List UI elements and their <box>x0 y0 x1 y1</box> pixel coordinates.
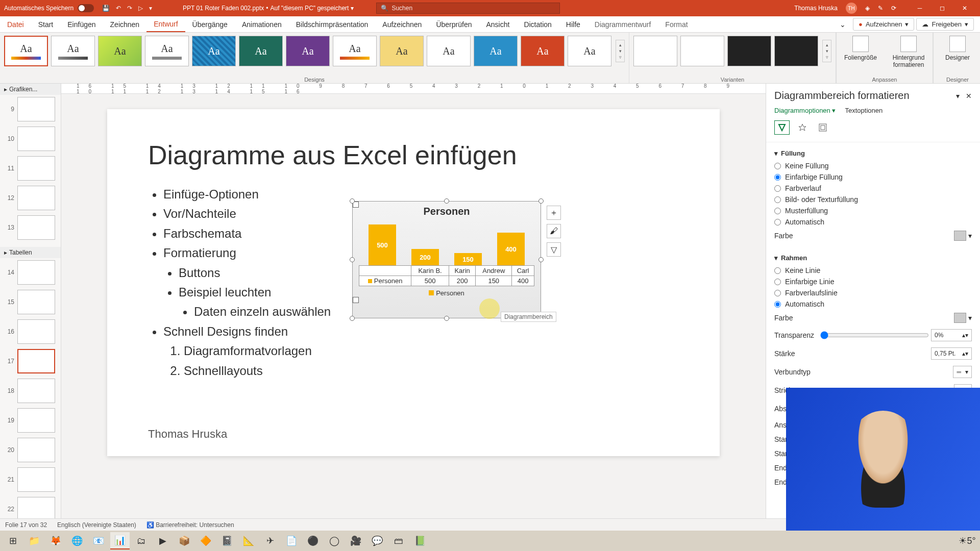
close-icon[interactable]: ✕ <box>966 92 972 100</box>
outlook-icon[interactable]: 📧 <box>89 532 108 549</box>
slide-thumbnail[interactable] <box>17 438 55 462</box>
designer-button[interactable]: Designer <box>940 36 975 61</box>
resize-handle[interactable] <box>538 198 544 204</box>
chart-filter-button[interactable]: ▽ <box>547 242 561 257</box>
diamond-icon[interactable]: ◈ <box>865 5 870 12</box>
chrome-icon[interactable]: 🌐 <box>67 532 87 549</box>
slide-thumbnail[interactable] <box>17 215 55 240</box>
slide-thumbnail[interactable] <box>17 379 55 403</box>
slide-thumbnail[interactable] <box>17 349 55 373</box>
search-input[interactable]: 🔍 Suchen <box>376 3 560 14</box>
tab-file[interactable]: Datei <box>0 16 31 32</box>
chart-title[interactable]: Personen <box>353 202 541 219</box>
theme-thumbnail[interactable]: Aa <box>192 36 236 66</box>
tab-draw[interactable]: Zeichnen <box>103 16 147 32</box>
slide-thumbnail[interactable] <box>17 319 55 344</box>
ink-icon[interactable]: ✎ <box>878 5 883 12</box>
format-background-button[interactable]: Hintergrund formatieren <box>891 36 926 68</box>
telegram-icon[interactable]: ✈ <box>260 532 280 549</box>
slide-edit-area[interactable]: 16 15 14 13 12 11 10 9 8 7 6 5 4 3 2 1 0… <box>61 84 766 518</box>
tab-design[interactable]: Entwurf <box>146 16 185 32</box>
tab-review[interactable]: Überprüfen <box>429 16 479 32</box>
theme-thumbnail[interactable]: Aa <box>51 36 95 66</box>
slide-thumbnail[interactable] <box>17 408 55 433</box>
resize-handle[interactable] <box>350 198 355 204</box>
slide-thumbnail[interactable] <box>17 290 55 314</box>
chart-styles-button[interactable]: 🖌 <box>547 224 561 238</box>
app-icon[interactable]: 📦 <box>175 532 194 549</box>
chevron-down-icon[interactable]: ▾ <box>351 5 354 12</box>
border-gradient-radio[interactable]: Farbverlaufslinie <box>774 287 972 298</box>
fill-auto-radio[interactable]: Automatisch <box>774 216 972 228</box>
slide-title[interactable]: Diagramme aus Excel einfügen <box>148 140 679 170</box>
redo-icon[interactable]: ↷ <box>127 5 132 12</box>
slide-thumbnail[interactable] <box>17 97 55 121</box>
panel-header-tables[interactable]: ▸Tabellen <box>0 247 61 258</box>
tab-dictation[interactable]: Dictation <box>517 16 558 32</box>
zoom-icon[interactable]: 🎥 <box>346 532 365 549</box>
chart-bar[interactable]: 150 <box>454 253 482 265</box>
compound-type-dropdown[interactable]: ═▾ <box>953 366 972 378</box>
themes-expander[interactable]: ▴▾▿ <box>616 40 625 62</box>
visio-icon[interactable]: 📐 <box>239 532 258 549</box>
slide-thumbnail[interactable] <box>17 156 55 181</box>
chart-elements-button[interactable]: ＋ <box>547 206 561 220</box>
save-icon[interactable]: 💾 <box>102 5 110 12</box>
width-value[interactable]: 0,75 Pt.▴▾ <box>931 347 972 360</box>
username-label[interactable]: Thomas Hruska <box>794 5 838 12</box>
autosave-toggle[interactable] <box>78 4 94 12</box>
accessibility-checker[interactable]: ♿ Barrierefreiheit: Untersuchen <box>146 521 234 529</box>
slide-counter[interactable]: Folie 17 von 32 <box>5 521 47 529</box>
chart-object[interactable]: Personen 500200150400 Karin B.KarinAndre… <box>352 201 541 318</box>
border-solid-radio[interactable]: Einfarbige Linie <box>774 276 972 287</box>
user-avatar[interactable]: TH <box>846 3 857 14</box>
fill-pattern-radio[interactable]: Musterfüllung <box>774 205 972 216</box>
chart-options-tab[interactable]: Diagrammoptionen ▾ <box>774 107 836 114</box>
app-icon[interactable]: 📄 <box>282 532 301 549</box>
fill-solid-radio[interactable]: Einfarbige Füllung <box>774 171 972 183</box>
theme-thumbnail[interactable]: Aa <box>380 36 424 66</box>
theme-thumbnail[interactable]: Aa <box>4 36 48 66</box>
obs-icon[interactable]: ⚫ <box>303 532 323 549</box>
theme-thumbnail[interactable]: Aa <box>98 36 142 66</box>
theme-thumbnail[interactable]: Aa <box>333 36 377 66</box>
border-auto-radio[interactable]: Automatisch <box>774 298 972 310</box>
slide-thumbnail-panel[interactable]: ▸Grafiken... 9 10 11 12 13 ▸Tabellen 14 … <box>0 84 61 518</box>
tab-record[interactable]: Aufzeichnen <box>375 16 429 32</box>
app-icon[interactable]: ◯ <box>325 532 344 549</box>
app-icon[interactable]: 🗃 <box>389 532 408 549</box>
slide-thumbnail[interactable] <box>17 497 55 518</box>
effects-icon[interactable] <box>795 120 810 135</box>
slide-size-button[interactable]: Foliengröße <box>843 36 878 61</box>
slideshow-icon[interactable]: ▷ <box>138 5 143 12</box>
app-icon[interactable]: 🗂 <box>132 532 151 549</box>
variant-thumbnail[interactable] <box>680 36 724 66</box>
variants-expander[interactable]: ▴▾▿ <box>822 40 831 62</box>
border-section-header[interactable]: ▾Rahmen <box>774 250 972 265</box>
weather-widget[interactable]: ☀ 5° <box>958 532 977 549</box>
slide-thumbnail[interactable] <box>17 127 55 151</box>
chart-bar[interactable]: 400 <box>497 233 525 265</box>
share-button[interactable]: ☁ Freigeben ▾ <box>916 18 974 31</box>
variant-thumbnail[interactable] <box>633 36 677 66</box>
explorer-icon[interactable]: 📁 <box>24 532 44 549</box>
slide-thumbnail[interactable] <box>17 186 55 210</box>
tab-view[interactable]: Ansicht <box>479 16 517 32</box>
expand-icon[interactable]: ▾ <box>956 92 960 100</box>
chart-bars[interactable]: 500200150400 <box>353 219 541 265</box>
tab-chart-design[interactable]: Diagrammentwurf <box>587 16 658 32</box>
undo-icon[interactable]: ↶ <box>116 5 121 12</box>
tab-animations[interactable]: Animationen <box>235 16 289 32</box>
theme-thumbnail[interactable]: Aa <box>239 36 283 66</box>
app-icon[interactable]: 💬 <box>368 532 387 549</box>
tab-format[interactable]: Format <box>658 16 695 32</box>
tab-slideshow[interactable]: Bildschirmpräsentation <box>289 16 376 32</box>
close-button[interactable]: ✕ <box>953 0 976 16</box>
transparency-value[interactable]: 0%▴▾ <box>931 329 972 341</box>
fill-color-picker[interactable] <box>954 231 966 241</box>
tab-transitions[interactable]: Übergänge <box>185 16 235 32</box>
variant-thumbnail[interactable] <box>727 36 771 66</box>
resize-handle[interactable] <box>538 257 544 262</box>
resize-handle[interactable] <box>350 257 355 262</box>
record-button[interactable]: ● Aufzeichnen ▾ <box>853 18 914 31</box>
